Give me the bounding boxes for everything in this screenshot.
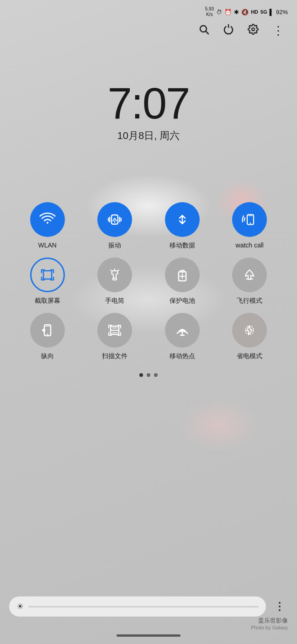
svg-rect-15 (113, 278, 117, 280)
tile-scan-file-label: 扫描文件 (102, 352, 127, 360)
mute-icon: 🔇 (241, 9, 249, 16)
search-icon[interactable] (198, 24, 209, 38)
tile-vibrate-label: 振动 (108, 242, 121, 249)
dot-2[interactable] (147, 373, 150, 377)
tiles-row-1: WLAN 振动 (14, 202, 283, 249)
more-menu-button[interactable] (271, 598, 288, 615)
timer-icon: ⏱ (216, 9, 222, 16)
tile-wlan[interactable]: WLAN (20, 202, 75, 249)
hd-label: HD (251, 9, 258, 15)
quick-top-bar: ⋮ (0, 21, 297, 40)
signal-icon: ▌ (270, 9, 274, 16)
alarm-icon: ⏰ (224, 9, 232, 16)
brightness-track[interactable] (28, 606, 259, 607)
tile-flashlight[interactable]: 手电筒 (87, 258, 142, 305)
tile-airplane-label: 飞行模式 (237, 297, 262, 305)
svg-rect-14 (43, 271, 52, 279)
status-info: 5.93K/s ⏱ ⏰ ✱ 🔇 HD 5G ▌ 92% (205, 6, 288, 17)
battery-percentage: 92% (276, 9, 288, 16)
svg-point-2 (252, 28, 255, 31)
tile-flashlight-label: 手电筒 (105, 297, 124, 305)
tile-mobile-data[interactable]: 移动数据 (155, 202, 210, 249)
tile-hotspot-label: 移动热点 (170, 352, 195, 360)
power-icon[interactable] (223, 24, 234, 38)
tile-vibrate[interactable]: 振动 (87, 202, 142, 249)
svg-point-25 (47, 333, 48, 335)
bottom-bar: ☀ (0, 596, 297, 617)
watermark: 盖乐世影像 Photo by Galaxy (251, 617, 288, 630)
clock-date: 10月8日, 周六 (0, 129, 297, 143)
tile-power-save[interactable]: 省电模式 (222, 313, 277, 360)
tile-portrait[interactable]: 纵向 (20, 313, 75, 360)
settings-icon[interactable] (248, 24, 259, 38)
tile-watch-call-label: watch call (236, 242, 264, 249)
svg-line-9 (115, 218, 117, 221)
dot-3[interactable] (154, 373, 158, 377)
dot-1[interactable] (139, 373, 143, 377)
more-options-icon[interactable]: ⋮ (272, 25, 284, 37)
tile-portrait-label: 纵向 (41, 352, 54, 360)
tile-watch-call[interactable]: watch call (222, 202, 277, 249)
tiles-row-2: 截取屏幕 手电筒 (14, 258, 283, 305)
status-bar: 5.93K/s ⏱ ⏰ ✱ 🔇 HD 5G ▌ 92% (0, 0, 297, 21)
tile-screenshot-label: 截取屏幕 (35, 297, 60, 305)
tile-mobile-data-label: 移动数据 (170, 242, 195, 249)
tiles-row-3: 纵向 扫描文件 (14, 313, 283, 360)
tile-protect-battery-label: 保护电池 (170, 297, 195, 305)
tile-wlan-label: WLAN (38, 242, 57, 249)
tile-power-save-label: 省电模式 (237, 352, 262, 360)
watermark-line2: Photo by Galaxy (251, 625, 288, 630)
tiles-section: WLAN 振动 (0, 143, 297, 360)
svg-line-1 (206, 32, 209, 34)
svg-line-18 (118, 270, 119, 271)
pagination-dots (0, 373, 297, 377)
home-indicator[interactable] (117, 634, 180, 637)
clock-area: 7:07 10月8日, 周六 (0, 40, 297, 143)
5g-label: 5G (260, 9, 267, 15)
tile-hotspot[interactable]: 移动热点 (155, 313, 210, 360)
tile-protect-battery[interactable]: 保护电池 (155, 258, 210, 305)
brightness-container[interactable]: ☀ (9, 596, 266, 617)
brightness-icon: ☀ (16, 601, 24, 612)
svg-line-17 (111, 270, 111, 271)
bluetooth-status-icon: ✱ (234, 9, 239, 16)
svg-point-12 (250, 223, 251, 224)
tile-airplane[interactable]: 飞行模式 (222, 258, 277, 305)
tile-scan-file[interactable]: 扫描文件 (87, 313, 142, 360)
speed-indicator: 5.93K/s (205, 6, 214, 17)
watermark-line1: 盖乐世影像 (251, 617, 288, 625)
clock-time: 7:07 (0, 81, 297, 125)
tile-screenshot[interactable]: 截取屏幕 (20, 258, 75, 305)
